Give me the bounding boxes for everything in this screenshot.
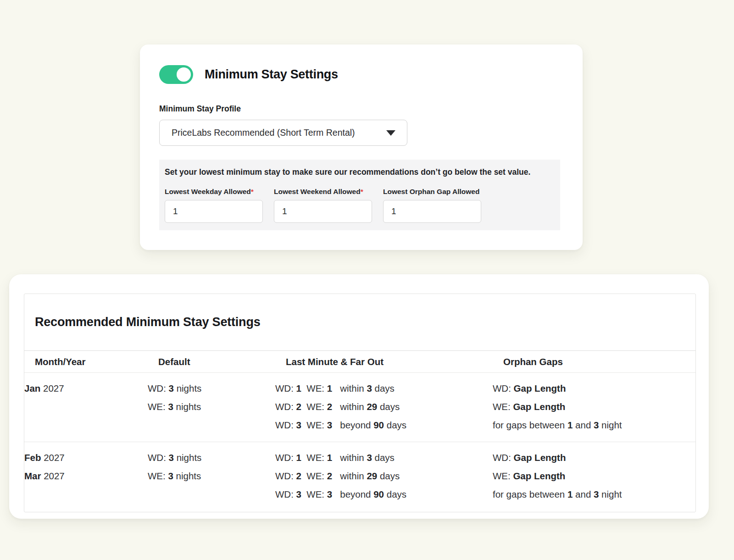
lowest-weekend-label: Lowest Weekend Allowed* — [274, 188, 363, 195]
column-header-default: Default — [158, 356, 286, 367]
minimum-stay-toggle[interactable] — [159, 65, 193, 84]
minimum-stay-profile-select[interactable]: PriceLabs Recommended (Short Term Rental… — [159, 120, 407, 146]
table-title-block: Recommended Minimum Stay Settings — [24, 294, 695, 351]
chevron-down-icon — [386, 130, 395, 136]
cell-orphan-gaps: WD: Gap LengthWE: Gap Lengthfor gaps bet… — [493, 449, 695, 504]
table-title: Recommended Minimum Stay Settings — [35, 315, 261, 329]
column-header-last-minute: Last Minute & Far Out — [286, 356, 503, 367]
table-header-row: Month/Year Default Last Minute & Far Out… — [24, 351, 695, 373]
cell-orphan-gaps: WD: Gap LengthWE: Gap Lengthfor gaps bet… — [493, 379, 695, 434]
required-asterisk: * — [251, 188, 254, 195]
panel-note: Set your lowest minimum stay to make sur… — [165, 167, 555, 177]
card-title: Minimum Stay Settings — [205, 67, 338, 82]
lowest-weekday-label: Lowest Weekday Allowed* — [165, 188, 254, 195]
lowest-orphan-gap-input[interactable] — [383, 200, 481, 223]
cell-last-minute: WD: 1 WE: 1 within 3 daysWD: 2 WE: 2 wit… — [275, 449, 493, 504]
minimum-stay-profile-label: Minimum Stay Profile — [159, 104, 560, 114]
lowest-orphan-gap-label: Lowest Orphan Gap Allowed — [383, 188, 479, 195]
lowest-weekend-field-group: Lowest Weekend Allowed* — [274, 188, 372, 223]
lowest-orphan-gap-field-group: Lowest Orphan Gap Allowed — [383, 188, 481, 223]
table-row: Jan 2027WD: 3 nightsWE: 3 nightsWD: 1 WE… — [24, 373, 695, 442]
minimum-stay-settings-card: Minimum Stay Settings Minimum Stay Profi… — [140, 44, 583, 250]
selected-profile-value: PriceLabs Recommended (Short Term Rental… — [172, 128, 355, 138]
cell-month-year: Feb 2027Mar 2027 — [24, 449, 148, 504]
cell-default: WD: 3 nightsWE: 3 nights — [148, 449, 275, 504]
column-header-month-year: Month/Year — [35, 356, 158, 367]
lowest-weekend-input[interactable] — [274, 200, 372, 223]
table-body: Jan 2027WD: 3 nightsWE: 3 nightsWD: 1 WE… — [24, 373, 695, 511]
cell-last-minute: WD: 1 WE: 1 within 3 daysWD: 2 WE: 2 wit… — [275, 379, 493, 434]
toggle-knob — [177, 67, 191, 82]
table-row: Feb 2027Mar 2027WD: 3 nightsWE: 3 nights… — [24, 442, 695, 511]
cell-month-year: Jan 2027 — [24, 379, 148, 434]
cell-default: WD: 3 nightsWE: 3 nights — [148, 379, 275, 434]
recommended-settings-card: Recommended Minimum Stay Settings Month/… — [9, 274, 709, 519]
required-asterisk: * — [361, 188, 363, 195]
lowest-minstay-panel: Set your lowest minimum stay to make sur… — [159, 160, 560, 230]
lowest-weekday-input[interactable] — [165, 200, 263, 223]
minimum-stay-header: Minimum Stay Settings — [159, 65, 560, 84]
lowest-weekday-field-group: Lowest Weekday Allowed* — [165, 188, 263, 223]
column-header-orphan-gaps: Orphan Gaps — [503, 356, 695, 367]
lowest-minstay-fields: Lowest Weekday Allowed* Lowest Weekend A… — [165, 188, 555, 223]
recommended-settings-table: Recommended Minimum Stay Settings Month/… — [24, 294, 696, 512]
